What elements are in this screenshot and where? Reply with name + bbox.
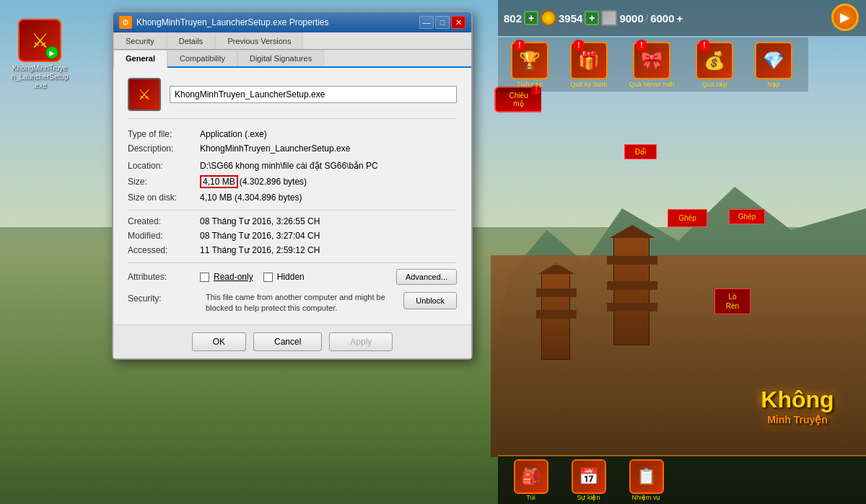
size-value: 4,10 MB (4.302.896 bytes) bbox=[200, 175, 307, 188]
game-hud: 802 + 3954 + 9000 / 6000 + ▶ bbox=[498, 0, 866, 36]
tab-previous-versions[interactable]: Previous Versions bbox=[215, 32, 303, 49]
readonly-checkbox[interactable] bbox=[200, 273, 209, 282]
gift-nap-icon: 💎 bbox=[755, 42, 792, 79]
silver-icon bbox=[601, 10, 617, 26]
gift-ky-danh-badge: ! bbox=[573, 40, 585, 51]
security-label: Security: bbox=[128, 292, 200, 304]
gift-nap-label: Nạp bbox=[767, 81, 780, 88]
game-logo-area: Không Minh Truyện bbox=[732, 367, 862, 446]
modified-value: 08 Tháng Tư 2016, 3:27:04 CH bbox=[200, 231, 320, 241]
dialog-body: ⚔ Type of file: Application (.exe) Descr… bbox=[113, 68, 471, 324]
stat3-current: 9000 bbox=[619, 12, 643, 25]
gift-server-moi-icon: 🎀 ! bbox=[633, 42, 670, 79]
gift-ky-danh-icon: 🎁 ! bbox=[570, 42, 608, 79]
flag-minh-nhan-duong[interactable]: Ghép bbox=[668, 209, 707, 227]
file-header: ⚔ bbox=[128, 78, 457, 119]
info-row-accessed: Accessed: 11 Tháng Tư 2016, 2:59:12 CH bbox=[128, 245, 457, 255]
desktop-icon-image: ⚔ ▶ bbox=[18, 19, 61, 62]
pagoda-2 bbox=[613, 237, 650, 345]
nav-tui-label: Túi bbox=[526, 494, 535, 501]
gift-tich-nap[interactable]: 🏆 ! Tích nạp bbox=[502, 42, 558, 88]
gift-server-moi[interactable]: 🎀 ! Quà server mới bbox=[620, 42, 683, 88]
gift-tich-nap-icon: 🏆 ! bbox=[511, 42, 548, 79]
gold-icon bbox=[541, 10, 556, 26]
desc-value: KhongMinhTruyen_LauncherSetup.exe bbox=[200, 143, 350, 154]
security-row: Security: This file came from another co… bbox=[128, 292, 457, 314]
flag-doi[interactable]: Đổi bbox=[624, 144, 657, 159]
hidden-checkbox[interactable] bbox=[263, 273, 273, 282]
gift-qua-cap-icon: 💰 ! bbox=[696, 42, 733, 79]
attributes-row: Attributes: Read-only Hidden Advanced... bbox=[128, 269, 457, 285]
nav-su-kien[interactable]: 📅 Sự kiện bbox=[561, 459, 616, 501]
gift-ky-danh[interactable]: 🎁 ! Quà ký danh bbox=[561, 42, 617, 88]
dialog-tabs: Security Details Previous Versions bbox=[113, 32, 471, 50]
nav-nhiem-vu-label: Nhiệm vụ bbox=[631, 494, 660, 501]
minimize-button[interactable]: — bbox=[419, 16, 434, 29]
flag-lo-ren[interactable]: LòRèn bbox=[714, 288, 751, 314]
gift-row: 🏆 ! Tích nạp 🎁 ! Quà ký danh 🎀 ! Quà ser… bbox=[498, 37, 808, 92]
attributes-label: Attributes: bbox=[128, 272, 200, 282]
dialog-tabs-row2: General Compatibility Digital Signatures bbox=[113, 50, 471, 68]
created-label: Created: bbox=[128, 216, 200, 226]
dialog-title-text: KhongMinhTruyen_LauncherSetup.exe Proper… bbox=[136, 17, 415, 27]
game-bottom-nav: 🎒 Túi 📅 Sự kiện 📋 Nhiệm vụ bbox=[498, 455, 866, 504]
gift-server-moi-badge: ! bbox=[636, 40, 647, 51]
gift-qua-cap-badge: ! bbox=[699, 40, 710, 51]
cancel-button[interactable]: Cancel bbox=[253, 332, 322, 351]
nav-su-kien-label: Sự kiện bbox=[577, 494, 600, 501]
nav-tui-icon: 🎒 bbox=[514, 459, 548, 494]
dialog-footer: OK Cancel Apply bbox=[113, 324, 471, 358]
hidden-label: Hidden bbox=[277, 272, 305, 282]
stat2-plus[interactable]: + bbox=[585, 11, 599, 25]
flag-ghep[interactable]: Ghép bbox=[729, 209, 765, 224]
modified-label: Modified: bbox=[128, 231, 200, 241]
readonly-label: Read-only bbox=[214, 272, 253, 282]
gift-nap[interactable]: 💎 Nạp bbox=[745, 42, 802, 88]
info-row-location: Location: D:\SG66 khong minh\file cài đặ… bbox=[128, 161, 457, 171]
gift-tich-nap-badge: ! bbox=[514, 40, 525, 51]
info-row-created: Created: 08 Tháng Tư 2016, 3:26:55 CH bbox=[128, 216, 457, 226]
gift-server-moi-label: Quà server mới bbox=[629, 81, 675, 88]
size-highlight: 4,10 MB bbox=[200, 175, 238, 188]
type-label: Type of file: bbox=[128, 129, 200, 139]
type-value: Application (.exe) bbox=[200, 129, 267, 139]
desktop-area: ⚔ ▶ KhongMinhTruyen_LauncherSetup.exe bbox=[0, 0, 108, 504]
nav-tui[interactable]: 🎒 Túi bbox=[504, 459, 558, 501]
ok-button[interactable]: OK bbox=[192, 332, 246, 351]
accessed-label: Accessed: bbox=[128, 245, 200, 255]
properties-dialog: ⚙ KhongMinhTruyen_LauncherSetup.exe Prop… bbox=[112, 11, 473, 360]
gift-tich-nap-label: Tích nạp bbox=[517, 81, 543, 88]
tab-compatibility[interactable]: Compatibility bbox=[167, 50, 237, 66]
info-row-size-disk: Size on disk: 4,10 MB (4.304.896 bytes) bbox=[128, 193, 457, 203]
play-button[interactable]: ▶ bbox=[831, 4, 859, 31]
unblock-button[interactable]: Unblock bbox=[403, 292, 457, 309]
tab-digital-signatures[interactable]: Digital Signatures bbox=[237, 50, 324, 66]
nav-su-kien-icon: 📅 bbox=[572, 459, 606, 494]
file-name-input[interactable] bbox=[170, 86, 457, 103]
created-value: 08 Tháng Tư 2016, 3:26:55 CH bbox=[200, 216, 320, 226]
size-rest: (4.302.896 bytes) bbox=[240, 177, 307, 187]
stat3-max: 6000 bbox=[650, 12, 674, 25]
maximize-button[interactable]: □ bbox=[435, 16, 450, 29]
attributes-checkboxes: Read-only Hidden Advanced... bbox=[200, 269, 457, 285]
accessed-value: 11 Tháng Tư 2016, 2:59:12 CH bbox=[200, 245, 320, 255]
tab-general[interactable]: General bbox=[113, 50, 167, 68]
location-value: D:\SG66 khong minh\file cài đặt SG66\bản… bbox=[200, 161, 378, 171]
nav-nhiem-vu[interactable]: 📋 Nhiệm vụ bbox=[619, 459, 673, 501]
close-button[interactable]: ✕ bbox=[451, 16, 465, 29]
divider-1 bbox=[128, 210, 457, 211]
divider-2 bbox=[128, 262, 457, 263]
tab-details[interactable]: Details bbox=[167, 32, 216, 49]
apply-button[interactable]: Apply bbox=[329, 332, 393, 351]
file-header-icon: ⚔ bbox=[128, 78, 161, 111]
stat1-plus[interactable]: + bbox=[524, 11, 538, 25]
advanced-button[interactable]: Advanced... bbox=[396, 269, 457, 285]
tab-security[interactable]: Security bbox=[113, 32, 167, 49]
size-on-disk-value: 4,10 MB (4.304.896 bytes) bbox=[200, 193, 302, 203]
desktop-icon-khongminh[interactable]: ⚔ ▶ KhongMinhTruyen_LauncherSetup.exe bbox=[7, 14, 72, 94]
desktop-icon-play-badge: ▶ bbox=[45, 46, 58, 59]
game-logo-main: Không Minh Truyện bbox=[761, 387, 834, 427]
gift-qua-cap[interactable]: 💰 ! Quà cấp bbox=[686, 42, 743, 88]
desktop-icon-label: KhongMinhTruyen_LauncherSetup.exe bbox=[12, 64, 69, 90]
stat2-value: 3954 bbox=[559, 12, 582, 25]
